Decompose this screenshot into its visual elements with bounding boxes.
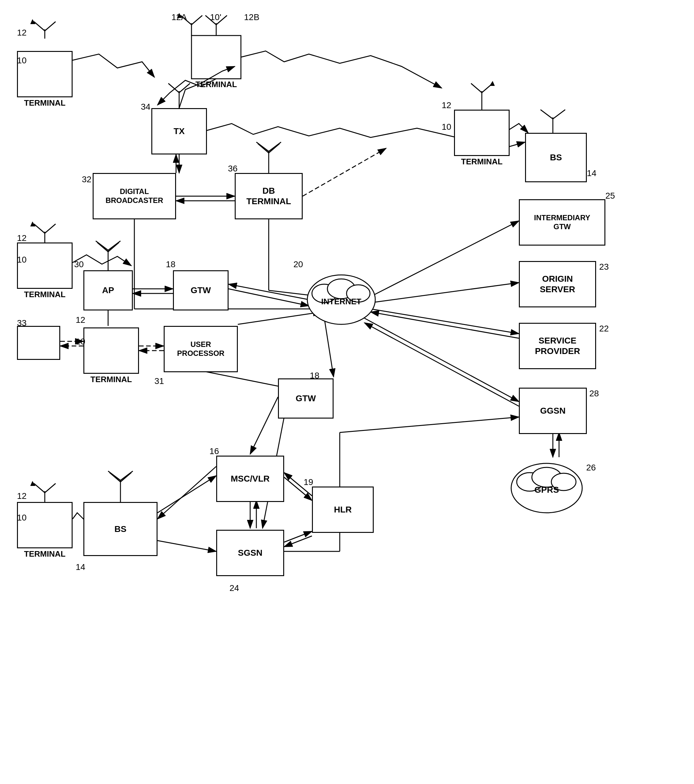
svg-line-80 <box>158 540 216 552</box>
num-16: 16 <box>209 446 219 456</box>
svg-line-23 <box>269 143 280 153</box>
svg-line-66 <box>371 309 519 334</box>
num-18-1: 18 <box>166 260 176 269</box>
num-24: 24 <box>230 583 239 593</box>
ggsn-box: GGSN <box>519 388 587 434</box>
svg-line-47 <box>110 473 120 482</box>
terminal2-label: TERMINAL <box>191 80 241 89</box>
num-23: 23 <box>599 262 609 272</box>
svg-line-55 <box>303 148 386 196</box>
svg-line-89 <box>340 417 519 433</box>
terminal4-box <box>17 242 72 289</box>
num-28: 28 <box>589 389 599 399</box>
sgsn-box: SGSN <box>216 530 284 576</box>
num-26: 26 <box>586 463 596 473</box>
num-10-4: 10 <box>17 255 26 265</box>
bs2-box: BS <box>83 502 158 556</box>
digital-broadcaster-box: DIGITALBROADCASTER <box>93 173 176 219</box>
terminal3-label: TERMINAL <box>454 157 510 166</box>
bs1-box: BS <box>525 133 587 182</box>
svg-line-86 <box>284 536 312 547</box>
tx-box: TX <box>151 108 207 155</box>
svg-line-29 <box>96 241 108 250</box>
num-33: 33 <box>17 318 26 328</box>
svg-line-39 <box>471 83 482 93</box>
service-provider-box: SERVICEPROVIDER <box>519 323 596 369</box>
svg-line-48 <box>120 473 131 482</box>
terminal5-box <box>83 328 139 374</box>
num-22: 22 <box>599 324 609 334</box>
terminal5-label: TERMINAL <box>83 375 139 384</box>
ap-box: AP <box>83 270 133 310</box>
num-10-1: 10 <box>17 56 26 66</box>
num-10-3: 10 <box>442 122 451 132</box>
device33-box <box>17 326 60 360</box>
svg-line-79 <box>158 476 216 513</box>
num-31: 31 <box>155 376 164 386</box>
svg-line-85 <box>284 531 312 542</box>
svg-text:GPRS: GPRS <box>534 485 559 494</box>
svg-line-61 <box>229 284 309 300</box>
terminal6-box <box>17 502 72 548</box>
terminal6-label: TERMINAL <box>17 549 72 559</box>
num-12a: 12A <box>171 12 187 22</box>
gtw2-box: GTW <box>278 379 334 418</box>
num-12-3: 12 <box>442 100 451 110</box>
num-36: 36 <box>228 164 237 174</box>
svg-line-30 <box>108 241 120 250</box>
num-30: 30 <box>74 260 84 269</box>
num-10-5: 10 <box>76 337 85 347</box>
num-12-1: 12 <box>17 28 26 38</box>
svg-line-92 <box>158 466 216 519</box>
svg-line-5 <box>45 21 56 31</box>
num-14-1: 14 <box>587 168 596 178</box>
svg-line-43 <box>34 483 45 493</box>
svg-line-69 <box>365 323 519 406</box>
svg-line-60 <box>229 289 309 306</box>
terminal1-label: TERMINAL <box>17 98 72 108</box>
svg-marker-34 <box>30 221 36 226</box>
svg-line-9 <box>191 15 202 25</box>
diagram: INTERNET GPRS TX DIGITALBROADCASTER DBTE… <box>0 0 694 784</box>
svg-line-19 <box>168 83 179 93</box>
svg-rect-14 <box>191 36 241 79</box>
num-18-2: 18 <box>310 371 319 380</box>
svg-line-33 <box>45 224 56 233</box>
svg-line-25 <box>269 142 281 152</box>
msc-vlr-box: MSC/VLR <box>216 456 284 502</box>
svg-marker-45 <box>30 481 36 486</box>
origin-server-box: ORIGINSERVER <box>519 261 596 307</box>
svg-line-71 <box>250 397 278 454</box>
num-12-6: 12 <box>17 491 26 501</box>
svg-line-49 <box>108 471 120 480</box>
internet-cloud: INTERNET <box>303 269 380 332</box>
num-10-6: 10 <box>17 513 26 523</box>
db-terminal-box: DBTERMINAL <box>235 173 303 219</box>
num-25: 25 <box>605 191 615 201</box>
num-32: 32 <box>82 175 91 184</box>
num-12-4: 12 <box>17 233 26 243</box>
terminal4-label: TERMINAL <box>17 290 72 299</box>
svg-line-68 <box>365 318 519 402</box>
svg-marker-41 <box>490 81 495 86</box>
svg-line-44 <box>45 483 56 493</box>
svg-line-74 <box>201 371 278 386</box>
svg-marker-6 <box>30 19 36 24</box>
num-19: 19 <box>304 477 313 487</box>
num-20: 20 <box>293 260 303 269</box>
svg-line-17 <box>553 110 565 119</box>
num-12-5: 12 <box>76 315 85 325</box>
svg-line-50 <box>120 471 133 480</box>
svg-line-65 <box>371 283 519 303</box>
intermediary-gtw-box: INTERMEDIARYGTW <box>519 199 605 245</box>
svg-line-20 <box>179 83 190 93</box>
svg-line-4 <box>34 21 45 31</box>
svg-line-16 <box>541 110 553 119</box>
gprs-cloud: GPRS <box>507 457 587 520</box>
hlr-box: HLR <box>312 486 374 533</box>
svg-line-64 <box>371 221 519 296</box>
svg-line-22 <box>258 143 269 153</box>
svg-text:INTERNET: INTERNET <box>321 297 361 306</box>
svg-line-67 <box>371 312 519 338</box>
svg-line-24 <box>257 142 269 152</box>
